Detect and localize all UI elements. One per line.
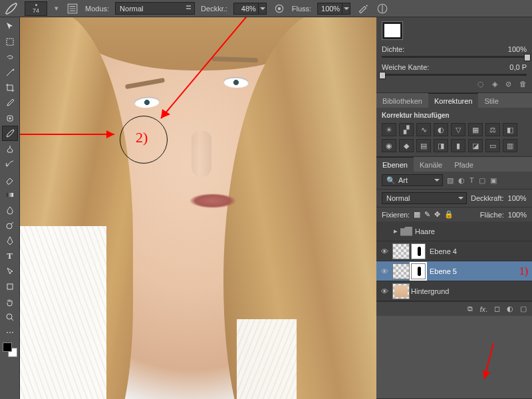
opacity-input[interactable]: 48% [233, 3, 259, 15]
foreground-swatch[interactable] [3, 342, 12, 352]
tab-adjustments[interactable]: Korrekturen [428, 93, 478, 108]
filter-adjust-icon[interactable]: ◐ [458, 176, 465, 185]
tool-preset-icon[interactable] [4, 2, 19, 15]
pressure-opacity-icon[interactable] [273, 2, 286, 15]
mask-disable-icon[interactable]: ⊘ [505, 80, 511, 88]
pen-tool[interactable] [2, 233, 18, 248]
density-slider[interactable] [382, 56, 527, 58]
adj-threshold-icon[interactable]: ◪ [468, 139, 483, 152]
tab-libraries[interactable]: Bibliotheken [376, 93, 428, 108]
airbrush-icon[interactable] [356, 2, 370, 15]
dodge-tool[interactable] [2, 217, 18, 233]
lock-all-icon[interactable]: 🔒 [444, 210, 454, 219]
visibility-toggle[interactable]: 👁 [376, 287, 392, 295]
mask-delete-icon[interactable]: 🗑 [519, 80, 527, 88]
layer-name[interactable]: Haare [415, 227, 528, 235]
eraser-tool[interactable] [2, 172, 18, 187]
blur-tool[interactable] [2, 202, 18, 217]
zoom-tool[interactable] [2, 309, 18, 325]
adj-curves-icon[interactable]: ∿ [416, 123, 431, 136]
disclose-icon[interactable]: ▸ [392, 227, 399, 235]
lasso-tool[interactable] [2, 49, 18, 65]
layer-name[interactable]: Hintergrund [411, 287, 528, 295]
color-swatches[interactable] [3, 342, 17, 357]
tab-layers[interactable]: Ebenen [376, 157, 414, 172]
adj-brightness-icon[interactable]: ☀ [382, 123, 396, 136]
path-selection-tool[interactable] [2, 263, 18, 279]
layer-group-haare[interactable]: ▸ Haare [376, 221, 532, 241]
adj-selective-color-icon[interactable]: ▥ [503, 139, 517, 152]
brush-tool[interactable] [2, 126, 18, 141]
mask-load-selection-icon[interactable]: ◌ [477, 80, 484, 88]
link-layers-icon[interactable]: ⧉ [467, 305, 473, 313]
lock-pixels-icon[interactable]: ✎ [424, 210, 430, 219]
layer-ebene-4[interactable]: 👁 Ebene 4 [376, 241, 532, 261]
adj-vibrance-icon[interactable]: ▽ [451, 123, 466, 136]
clone-stamp-tool[interactable] [2, 141, 18, 156]
visibility-toggle[interactable]: 👁 [376, 247, 392, 255]
layer-fx-icon[interactable]: fx. [479, 305, 487, 313]
opacity-flyout[interactable] [259, 3, 267, 15]
magic-wand-tool[interactable] [2, 65, 18, 80]
add-mask-icon[interactable]: ◻ [494, 305, 500, 313]
mask-thumb[interactable] [411, 243, 426, 259]
flow-input[interactable]: 100% [317, 3, 342, 15]
adj-channel-mixer-icon[interactable]: ◆ [399, 139, 414, 152]
brush-panel-toggle-icon[interactable] [66, 2, 79, 15]
document-canvas[interactable]: 2) [20, 17, 376, 399]
shape-tool[interactable] [2, 279, 18, 294]
flow-flyout[interactable] [342, 3, 350, 15]
blend-mode-select[interactable]: Normal [115, 2, 195, 15]
type-tool[interactable]: T [2, 248, 18, 263]
adj-levels-icon[interactable]: ▞ [399, 123, 414, 136]
layer-name[interactable]: Ebene 5 [430, 267, 514, 275]
eyedropper-tool[interactable] [2, 95, 18, 110]
filter-smart-icon[interactable]: ▣ [490, 176, 497, 185]
visibility-toggle[interactable]: 👁 [376, 267, 392, 275]
mask-apply-icon[interactable]: ◈ [492, 80, 497, 88]
adj-gradient-map-icon[interactable]: ▭ [485, 139, 500, 152]
gradient-tool[interactable] [2, 187, 18, 202]
feather-slider[interactable] [382, 74, 527, 76]
filter-type-icon[interactable]: T [469, 176, 474, 185]
layer-thumb[interactable] [392, 243, 410, 259]
layer-thumb[interactable] [392, 283, 410, 299]
layer-opacity-label: Deckkraft: [471, 194, 504, 202]
brush-size-preview[interactable]: 74 [25, 1, 47, 16]
mask-thumb[interactable] [411, 263, 426, 279]
lock-transparent-icon[interactable]: ▩ [414, 210, 420, 219]
adj-photo-filter-icon[interactable]: ◉ [382, 139, 396, 152]
mask-preview-thumb[interactable] [382, 21, 403, 40]
adj-invert-icon[interactable]: ◨ [434, 139, 448, 152]
edit-toolbar-icon[interactable]: ⋯ [2, 325, 18, 340]
pressure-size-icon[interactable] [376, 2, 389, 15]
layer-name[interactable]: Ebene 4 [430, 247, 528, 255]
filter-shape-icon[interactable]: ▢ [479, 176, 485, 185]
layer-filter-select[interactable]: 🔍Art [382, 174, 443, 186]
history-brush-tool[interactable] [2, 156, 18, 172]
adj-hue-icon[interactable]: ▦ [468, 123, 483, 136]
layer-ebene-5[interactable]: 👁 Ebene 5 1) [376, 261, 532, 281]
tab-paths[interactable]: Pfade [448, 157, 479, 172]
layer-thumb[interactable] [392, 263, 410, 279]
tab-channels[interactable]: Kanäle [414, 157, 448, 172]
lock-position-icon[interactable]: ✥ [434, 210, 440, 219]
tab-styles[interactable]: Stile [478, 93, 504, 108]
filter-pixel-icon[interactable]: ▧ [447, 176, 454, 185]
marquee-tool[interactable] [2, 34, 18, 49]
healing-brush-tool[interactable] [2, 110, 18, 126]
adj-exposure-icon[interactable]: ◐ [434, 123, 448, 136]
hand-tool[interactable] [2, 294, 18, 309]
move-tool[interactable] [2, 19, 18, 34]
crop-tool[interactable] [2, 80, 18, 95]
adj-color-lookup-icon[interactable]: ▤ [416, 139, 431, 152]
new-fill-adjust-icon[interactable]: ◐ [507, 305, 513, 313]
adj-bw-icon[interactable]: ◧ [503, 123, 517, 136]
photo-content [20, 17, 376, 399]
adj-posterize-icon[interactable]: ▮ [451, 139, 466, 152]
layer-background[interactable]: 👁 Hintergrund [376, 281, 532, 301]
adj-color-balance-icon[interactable]: ⚖ [485, 123, 500, 136]
layer-blend-mode-select[interactable]: Normal [382, 192, 467, 204]
new-group-icon[interactable]: ▢ [520, 305, 527, 313]
brush-picker-chevron-icon[interactable]: ▾ [53, 4, 60, 13]
